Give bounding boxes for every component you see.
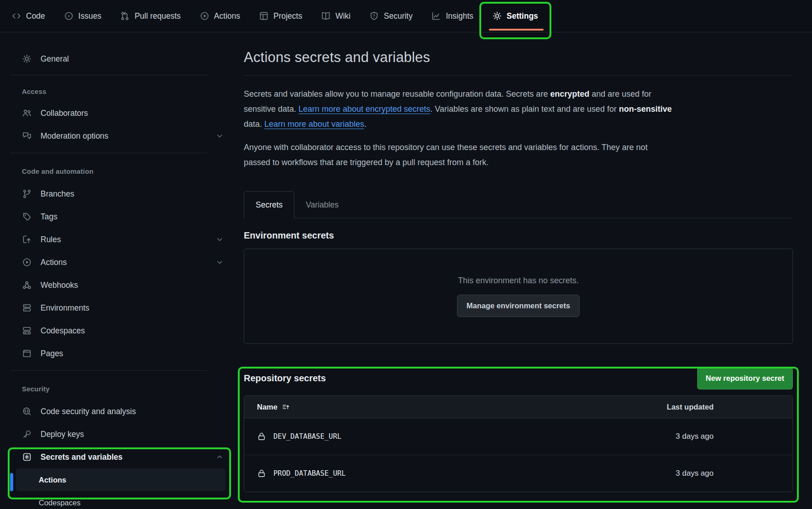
- gear-icon: [493, 11, 502, 21]
- nav-tab-issues[interactable]: Issues: [55, 0, 111, 32]
- sidebar-item-label: Environments: [41, 303, 89, 313]
- tab-secrets[interactable]: Secrets: [244, 191, 294, 218]
- sidebar-item-deploy-keys[interactable]: Deploy keys: [0, 423, 232, 446]
- book-icon: [321, 11, 330, 21]
- delete-secret-button[interactable]: [765, 469, 774, 478]
- edit-secret-button[interactable]: [739, 432, 748, 441]
- active-item-indicator: [10, 473, 13, 491]
- comment-discussion-icon: [22, 131, 32, 140]
- secrets-variables-tabs: Secrets Variables: [244, 191, 793, 218]
- lock-icon: [257, 469, 266, 478]
- lock-icon: [257, 432, 266, 441]
- delete-secret-button[interactable]: [765, 432, 774, 441]
- sidebar-item-label: Secrets and variables: [41, 452, 123, 462]
- sidebar-item-tags[interactable]: Tags: [0, 205, 232, 228]
- divider: [10, 75, 207, 75]
- nav-tab-projects[interactable]: Projects: [250, 0, 312, 32]
- nav-tab-wiki[interactable]: Wiki: [312, 0, 360, 32]
- key-asterisk-icon: [22, 452, 32, 462]
- nav-tab-label: Insights: [446, 11, 473, 21]
- webhook-icon: [22, 280, 32, 290]
- sidebar-item-label: Code security and analysis: [41, 407, 136, 416]
- code-icon: [12, 11, 21, 21]
- sidebar-item-codespaces[interactable]: Codespaces: [0, 319, 232, 342]
- sidebar-item-general[interactable]: General: [0, 47, 232, 70]
- secret-name-cell: PROD_DATABASE_URL: [257, 469, 641, 478]
- sidebar-item-label: Branches: [41, 189, 74, 199]
- sidebar-item-pages[interactable]: Pages: [0, 342, 232, 365]
- codescan-icon: [22, 407, 32, 416]
- sort-ascending-icon: [282, 403, 290, 411]
- nav-tab-label: Actions: [214, 11, 240, 21]
- sidebar-item-label: Tags: [41, 212, 57, 222]
- sidebar-item-actions[interactable]: Actions: [0, 251, 232, 274]
- gear-icon: [22, 54, 32, 63]
- shield-icon: [370, 11, 379, 21]
- settings-sidebar: General Access Collaborators Moderation …: [0, 32, 232, 509]
- intro-paragraph: Secrets and variables allow you to manag…: [244, 87, 793, 132]
- intro-bold-encrypted: encrypted: [550, 89, 589, 99]
- issue-opened-icon: [64, 11, 73, 21]
- empty-state-message: This environment has no secrets.: [458, 276, 579, 286]
- sidebar-item-label: Pages: [41, 349, 63, 358]
- sidebar-item-label: Moderation options: [41, 131, 108, 141]
- edit-secret-button[interactable]: [739, 469, 748, 478]
- server-icon: [22, 303, 32, 312]
- manage-environment-secrets-button[interactable]: Manage environment secrets: [457, 295, 580, 317]
- sidebar-item-label: Codespaces: [41, 326, 85, 336]
- nav-tab-insights[interactable]: Insights: [422, 0, 483, 32]
- nav-tab-security[interactable]: Security: [360, 0, 422, 32]
- sidebar-item-label: Actions: [41, 258, 67, 267]
- table-header-row: Name Last updated: [244, 396, 792, 418]
- repo-push-icon: [22, 235, 32, 244]
- people-icon: [22, 109, 32, 118]
- divider: [10, 153, 207, 153]
- intro-text: .: [364, 119, 366, 129]
- sidebar-item-rules[interactable]: Rules: [0, 228, 232, 251]
- sidebar-item-environments[interactable]: Environments: [0, 296, 232, 319]
- sidebar-item-label: Rules: [41, 235, 61, 244]
- column-header-name[interactable]: Name: [257, 403, 641, 411]
- chevron-down-icon: [216, 132, 223, 140]
- repository-secrets-header: Repository secrets New repository secret: [244, 367, 793, 390]
- intro-text: Secrets and variables allow you to manag…: [244, 89, 550, 99]
- nav-tab-code[interactable]: Code: [2, 0, 55, 32]
- repository-secrets-heading: Repository secrets: [244, 373, 326, 384]
- nav-tab-label: Wiki: [335, 11, 350, 21]
- row-actions: [714, 432, 792, 441]
- browser-icon: [22, 349, 32, 358]
- table-row: DEV_DATABASE_URL 3 days ago: [244, 418, 792, 455]
- table-row: PROD_DATABASE_URL 3 days ago: [244, 455, 792, 492]
- sidebar-item-collaborators[interactable]: Collaborators: [0, 102, 232, 125]
- page-title: Actions secrets and variables: [244, 49, 793, 66]
- link-variables[interactable]: Learn more about variables: [264, 119, 364, 129]
- secret-name-cell: DEV_DATABASE_URL: [257, 432, 641, 441]
- sidebar-item-code-security[interactable]: Code security and analysis: [0, 400, 232, 423]
- nav-tab-settings[interactable]: Settings: [483, 0, 548, 32]
- settings-content: Actions secrets and variables Secrets an…: [244, 32, 793, 492]
- row-actions: [714, 469, 792, 478]
- last-updated-value: 3 days ago: [641, 432, 714, 441]
- environment-secrets-empty-box: This environment has no secrets. Manage …: [244, 249, 793, 344]
- sidebar-item-branches[interactable]: Branches: [0, 182, 232, 205]
- sidebar-item-label: General: [41, 54, 69, 64]
- collaborator-paragraph: Anyone with collaborator access to this …: [244, 140, 793, 170]
- sidebar-item-label: Webhooks: [41, 280, 78, 290]
- sidebar-item-webhooks[interactable]: Webhooks: [0, 274, 232, 296]
- nav-tab-pull-requests[interactable]: Pull requests: [111, 0, 190, 32]
- sidebar-item-label: Deploy keys: [41, 430, 84, 439]
- sidebar-item-secrets-and-variables[interactable]: Secrets and variables: [0, 446, 232, 468]
- sidebar-subitem-codespaces[interactable]: Codespaces: [16, 491, 226, 509]
- sidebar-subitem-actions[interactable]: Actions: [16, 468, 226, 491]
- paragraph-text: Anyone with collaborator access to this …: [244, 143, 648, 152]
- secret-name: DEV_DATABASE_URL: [273, 432, 341, 441]
- play-circle-icon: [200, 11, 209, 21]
- table-icon: [259, 11, 268, 21]
- link-encrypted-secrets[interactable]: Learn more about encrypted secrets: [298, 104, 430, 114]
- sidebar-item-label: Codespaces: [39, 499, 81, 507]
- sidebar-item-moderation-options[interactable]: Moderation options: [0, 125, 232, 147]
- nav-tab-actions[interactable]: Actions: [190, 0, 250, 32]
- new-repository-secret-button[interactable]: New repository secret: [697, 367, 793, 390]
- nav-tab-label: Projects: [273, 11, 302, 21]
- tab-variables[interactable]: Variables: [294, 192, 350, 218]
